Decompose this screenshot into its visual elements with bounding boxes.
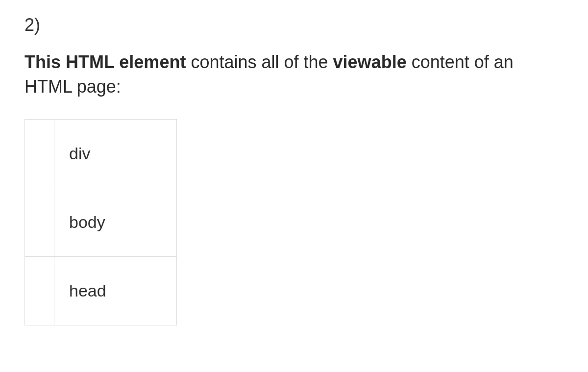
option-label-0[interactable]: div xyxy=(54,119,177,188)
question-text: This HTML element contains all of the vi… xyxy=(24,50,564,99)
option-row: head xyxy=(25,256,177,325)
options-table: div body head xyxy=(24,119,177,325)
option-row: div xyxy=(25,119,177,188)
option-selector-1[interactable] xyxy=(25,188,54,256)
option-label-2[interactable]: head xyxy=(54,256,177,325)
option-selector-2[interactable] xyxy=(25,256,54,325)
question-text-mid-1: contains all of the xyxy=(186,52,333,72)
question-text-bold-1: This HTML element xyxy=(24,52,186,72)
question-number: 2) xyxy=(24,15,564,35)
option-selector-0[interactable] xyxy=(25,119,54,188)
option-row: body xyxy=(25,188,177,256)
option-label-1[interactable]: body xyxy=(54,188,177,256)
question-text-bold-2: viewable xyxy=(333,52,407,72)
